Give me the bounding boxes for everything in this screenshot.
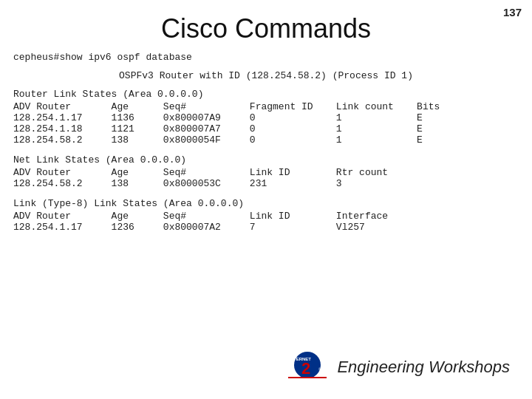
link-type8-row-0: 128.254.1.17 1236 0x800007A2 7 Vl257 <box>13 222 532 233</box>
svg-text:®: ® <box>318 367 321 372</box>
router-link-col-headers: ADV Router Age Seq# Fragment ID Link cou… <box>13 101 532 112</box>
footer-text: Engineering Workshops <box>337 358 510 377</box>
internet2-logo-icon: 2 INTERNET ® <box>285 349 330 386</box>
link-type8-col-headers: ADV Router Age Seq# Link ID Interface <box>13 211 532 222</box>
net-link-col-headers: ADV Router Age Seq# Link ID Rtr count <box>13 167 532 178</box>
router-link-row-0: 128.254.1.17 1136 0x800007A9 0 1 E <box>13 112 532 123</box>
svg-rect-4 <box>288 377 327 378</box>
link-type8-header: Link (Type-8) Link States (Area 0.0.0.0) <box>13 198 532 209</box>
net-link-row-0: 128.254.58.2 138 0x8000053C 231 3 <box>13 178 532 189</box>
router-link-section: Router Link States (Area 0.0.0.0) ADV Ro… <box>13 89 532 146</box>
svg-text:INTERNET: INTERNET <box>289 357 311 361</box>
svg-text:2: 2 <box>301 359 310 378</box>
router-link-header: Router Link States (Area 0.0.0.0) <box>13 89 532 100</box>
router-link-row-1: 128.254.1.18 1121 0x800007A7 0 1 E <box>13 123 532 134</box>
net-link-header: Net Link States (Area 0.0.0.0) <box>13 154 532 166</box>
command-line: cepheus#show ipv6 ospf database <box>13 52 532 63</box>
page-number: 137 <box>503 6 522 18</box>
page-title: Cisco Commands <box>0 13 532 44</box>
footer: 2 INTERNET ® Engineering Workshops <box>285 349 510 386</box>
net-link-section: Net Link States (Area 0.0.0.0) ADV Route… <box>13 154 532 189</box>
ospf-header: OSPFv3 Router with ID (128.254.58.2) (Pr… <box>0 70 532 81</box>
link-type8-section: Link (Type-8) Link States (Area 0.0.0.0)… <box>13 198 532 233</box>
router-link-row-2: 128.254.58.2 138 0x8000054F 0 1 E <box>13 134 532 146</box>
